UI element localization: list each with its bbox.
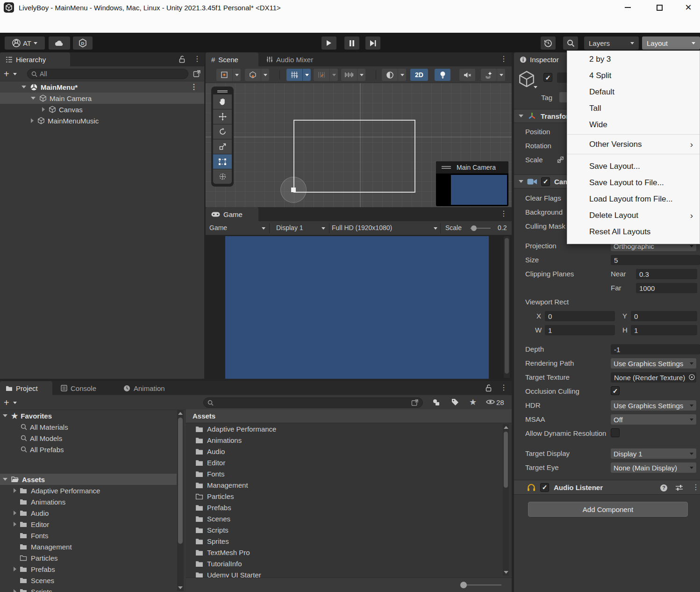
tree-folder-row[interactable]: Adaptive Performance	[0, 485, 177, 496]
tree-folder-row[interactable]: Fonts	[0, 530, 177, 541]
pause-button[interactable]	[344, 36, 359, 50]
favorites-header[interactable]: ★ Favorites	[0, 410, 177, 421]
panel-divider[interactable]	[204, 52, 206, 380]
far-field[interactable]: 1000	[636, 283, 697, 293]
move-tool-button[interactable]	[213, 109, 232, 124]
component-menu-icon[interactable]: ⋮	[692, 484, 700, 491]
constrain-proportions-icon[interactable]	[557, 156, 564, 163]
plastic-scm-button[interactable]: D	[73, 36, 93, 50]
layout-menu-item[interactable]: Delete Layout›	[567, 207, 700, 224]
tool-handle-rotation-button[interactable]	[245, 69, 261, 81]
grid-snapping-dropdown[interactable]	[302, 69, 311, 81]
tab-project[interactable]: Project	[0, 381, 52, 395]
layout-menu-item[interactable]: 4 Split	[567, 67, 700, 84]
viewport-x-field[interactable]: 0	[545, 311, 615, 321]
rotate-tool-button[interactable]	[213, 124, 232, 139]
tree-folder-row[interactable]: Scripts	[0, 586, 177, 592]
project-tree-scrollbar[interactable]	[177, 410, 184, 591]
hdr-dropdown[interactable]: Use Graphics Settings	[611, 400, 696, 411]
panel-divider[interactable]	[512, 52, 514, 592]
visibility-eye-icon[interactable]	[486, 399, 495, 405]
asset-folder-item[interactable]: Editor	[186, 457, 512, 468]
step-button[interactable]	[365, 36, 380, 50]
create-asset-dropdown-icon[interactable]	[13, 402, 17, 404]
render-doodad-dropdown[interactable]	[398, 69, 406, 81]
tab-game[interactable]: Game	[206, 207, 258, 221]
target-texture-field[interactable]: None (Render Texture)	[611, 372, 696, 383]
layout-menu-item[interactable]: Reset All Layouts	[567, 224, 700, 240]
tree-folder-row[interactable]: Audio	[0, 507, 177, 519]
scene-row[interactable]: MainMenu* ⋮	[0, 81, 204, 93]
tab-console[interactable]: Console	[55, 381, 107, 395]
cloud-button[interactable]	[49, 36, 70, 50]
target-display-dropdown[interactable]: Display 1	[611, 448, 696, 459]
menu-item[interactable]	[16, 15, 28, 33]
hierarchy-item-mainmenumusic[interactable]: MainMenuMusic	[0, 115, 204, 126]
viewport-h-field[interactable]: 1	[631, 325, 697, 335]
close-button[interactable]: ✕	[678, 0, 699, 15]
tool-handle-rotation-dropdown[interactable]	[261, 69, 269, 81]
tab-scene[interactable]: #Scene	[206, 52, 258, 66]
layout-menu-item[interactable]: 2 by 3	[567, 51, 700, 67]
gameobject-icon-dropdown[interactable]	[534, 86, 537, 88]
add-component-button[interactable]: Add Component	[528, 502, 688, 517]
rendering-path-dropdown[interactable]: Use Graphics Settings	[611, 358, 696, 368]
search-by-type-icon[interactable]	[432, 398, 440, 407]
game-scrollbar[interactable]	[504, 236, 510, 378]
asset-folder-item[interactable]: TutorialInfo	[186, 558, 512, 569]
lock-icon[interactable]	[485, 384, 492, 392]
scene-audio-mute-button[interactable]	[459, 69, 475, 81]
add-object-dropdown-icon[interactable]	[13, 73, 17, 75]
hand-tool-button[interactable]	[213, 94, 232, 109]
assets-root-row[interactable]: Assets	[0, 474, 177, 485]
minimize-button[interactable]	[617, 0, 638, 15]
asset-folder-item[interactable]: Particles	[186, 491, 512, 502]
render-doodad-button[interactable]	[382, 69, 398, 81]
hierarchy-menu-icon[interactable]: ⋮	[193, 55, 201, 63]
tab-hierarchy[interactable]: Hierarchy	[0, 52, 70, 66]
layout-menu-item[interactable]: Wide	[567, 116, 700, 133]
layout-menu-item[interactable]: Save Layout...	[567, 158, 700, 174]
grid-snapping-button[interactable]: Y	[286, 69, 302, 81]
tree-folder-row[interactable]: Particles	[0, 552, 177, 563]
menu-item[interactable]	[4, 15, 16, 33]
project-menu-icon[interactable]: ⋮	[500, 384, 507, 391]
game-viewport[interactable]	[206, 235, 512, 380]
maximize-button[interactable]	[649, 0, 670, 15]
tab-animation[interactable]: Animation	[118, 381, 177, 395]
favorites-filter-star-icon[interactable]: ★	[469, 397, 477, 407]
layout-menu-item[interactable]: Save Layout to File...	[567, 174, 700, 191]
allow-dynamic-resolution-checkbox[interactable]	[611, 428, 620, 437]
asset-folder-item[interactable]: Fonts	[186, 468, 512, 479]
rect-tool-button-selected[interactable]	[213, 154, 232, 169]
menu-item[interactable]	[64, 15, 77, 33]
tree-folder-row[interactable]: Scenes	[0, 575, 177, 586]
asset-folder-item[interactable]: Prefabs	[186, 502, 512, 513]
scene-menu-icon[interactable]: ⋮	[500, 55, 507, 63]
gameobject-active-checkbox[interactable]: ✓	[543, 73, 552, 82]
tree-folder-row[interactable]: Prefabs	[0, 563, 177, 575]
game-menu-icon[interactable]: ⋮	[500, 210, 507, 217]
thumbnail-size-slider-thumb[interactable]	[460, 582, 467, 588]
hierarchy-item-main-camera[interactable]: Main Camera	[0, 93, 204, 104]
gameobject-cube-icon[interactable]	[518, 70, 536, 88]
asset-folder-item[interactable]: Scenes	[186, 513, 512, 524]
scale-tool-button[interactable]	[213, 139, 232, 154]
palette-drag-handle[interactable]	[213, 88, 232, 94]
favorites-search-item[interactable]: All Prefabs	[0, 444, 177, 455]
game-resolution-dropdown[interactable]: Full HD (1920x1080)	[332, 224, 392, 231]
menu-item[interactable]	[28, 15, 40, 33]
drag-handle-icon[interactable]	[442, 166, 451, 169]
transform-gizmo-center[interactable]	[291, 188, 296, 192]
account-button[interactable]: AT	[5, 36, 45, 50]
asset-folder-item[interactable]: Sprites	[186, 535, 512, 547]
favorites-search-item[interactable]: All Materials	[0, 421, 177, 433]
layout-dropdown[interactable]: Layout	[642, 36, 700, 50]
viewport-y-field[interactable]: 0	[631, 311, 697, 321]
open-in-window-icon[interactable]	[193, 70, 201, 78]
snap-increment-button[interactable]	[314, 69, 329, 81]
asset-folder-item[interactable]: Audio	[186, 446, 512, 457]
layout-menu-item[interactable]: Default	[567, 84, 700, 100]
menu-item[interactable]	[40, 15, 52, 33]
layout-menu-item[interactable]: Tall	[567, 100, 700, 116]
